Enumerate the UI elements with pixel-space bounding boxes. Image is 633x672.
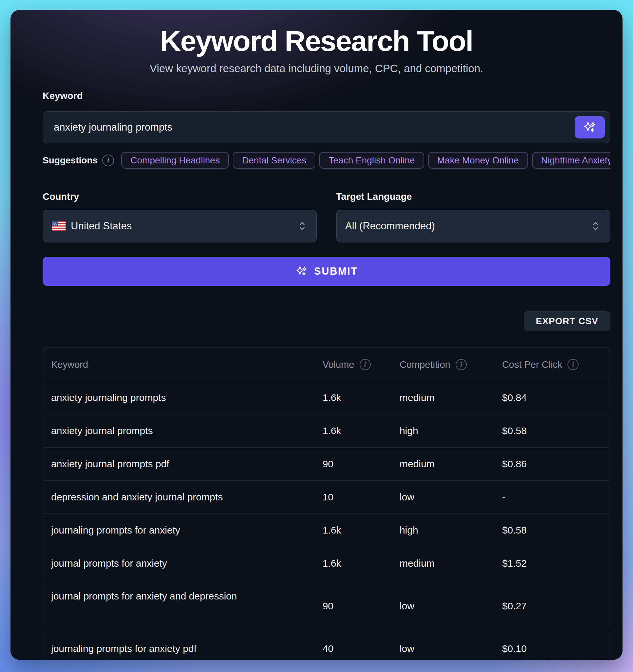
results-table: Keyword Volumei Competitioni Cost Per Cl… — [43, 347, 610, 660]
table-header-row: Keyword Volumei Competitioni Cost Per Cl… — [43, 348, 610, 381]
sparkles-icon — [583, 120, 597, 135]
export-row: EXPORT CSV — [43, 311, 610, 331]
suggestions-label: Suggestions — [43, 155, 98, 166]
table-row: anxiety journal prompts pdf 90 medium $0… — [43, 447, 610, 480]
competition-info-icon[interactable]: i — [456, 359, 467, 370]
volume-cell: 1.6k — [323, 425, 400, 436]
volume-cell: 1.6k — [323, 558, 400, 569]
volume-info-icon[interactable]: i — [360, 359, 371, 370]
competition-cell: medium — [400, 392, 502, 403]
table-row: journaling prompts for anxiety 1.6k high… — [43, 513, 610, 547]
column-header-cpc: Cost Per Clicki — [502, 359, 610, 370]
volume-cell: 40 — [323, 643, 400, 654]
competition-cell: low — [400, 491, 502, 503]
cpc-info-icon[interactable]: i — [567, 359, 579, 370]
suggestions-row: Suggestions i Compelling Headlines Denta… — [43, 152, 610, 169]
volume-cell: 90 — [323, 458, 400, 470]
volume-cell: 1.6k — [323, 392, 400, 403]
keyword-cell: anxiety journal prompts — [43, 425, 323, 436]
cpc-cell: $1.52 — [502, 558, 610, 569]
table-row: journal prompts for anxiety and depressi… — [43, 580, 610, 632]
ai-sparkle-button[interactable] — [575, 116, 605, 139]
competition-cell: low — [400, 643, 502, 654]
us-flag-icon — [52, 221, 66, 231]
keyword-cell: journaling prompts for anxiety pdf — [43, 643, 323, 654]
cpc-cell: $0.84 — [502, 392, 610, 403]
suggestion-pill[interactable]: Compelling Headlines — [121, 152, 229, 169]
target-language-select-value: All (Recommended) — [345, 220, 591, 232]
cpc-cell: $0.58 — [502, 425, 610, 436]
page-title: Keyword Research Tool — [10, 24, 623, 58]
language-field: Target Language All (Recommended) — [336, 169, 610, 242]
submit-button-label: SUBMIT — [314, 265, 358, 277]
suggestion-pill[interactable]: Nighttime Anxiety Pr — [532, 152, 610, 169]
competition-cell: medium — [400, 558, 502, 569]
suggestions-info-icon[interactable]: i — [102, 154, 114, 166]
keyword-label: Keyword — [43, 91, 610, 101]
sparkles-icon — [295, 265, 308, 278]
cpc-cell: $0.10 — [502, 643, 610, 654]
keyword-cell: journaling prompts for anxiety — [43, 525, 323, 536]
keyword-cell: journal prompts for anxiety and depressi… — [43, 580, 323, 602]
chevron-updown-icon — [591, 220, 601, 232]
volume-cell: 90 — [323, 600, 400, 611]
keyword-cell: anxiety journal prompts pdf — [43, 458, 323, 470]
table-row: journaling prompts for anxiety pdf 40 lo… — [43, 632, 610, 660]
keyword-cell: journal prompts for anxiety — [43, 558, 323, 569]
cpc-cell: $0.27 — [502, 600, 610, 611]
volume-cell: 10 — [323, 491, 400, 503]
page-subtitle: View keyword research data including vol… — [10, 62, 623, 75]
export-csv-button[interactable]: EXPORT CSV — [524, 311, 610, 331]
column-header-keyword: Keyword — [43, 359, 323, 370]
competition-cell: high — [400, 525, 502, 536]
table-row: anxiety journaling prompts 1.6k medium $… — [43, 381, 610, 414]
country-select-value: United States — [71, 220, 297, 232]
country-select[interactable]: United States — [43, 210, 317, 242]
table-row: journal prompts for anxiety 1.6k medium … — [43, 547, 610, 580]
competition-cell: high — [400, 425, 502, 436]
suggestion-pill[interactable]: Make Money Online — [428, 152, 528, 169]
volume-cell: 1.6k — [323, 525, 400, 536]
cpc-cell: $0.86 — [502, 458, 610, 470]
target-language-select[interactable]: All (Recommended) — [336, 210, 610, 242]
keyword-input[interactable] — [43, 111, 610, 143]
competition-cell: low — [400, 600, 502, 611]
cpc-cell: $0.58 — [502, 525, 610, 536]
column-header-volume: Volumei — [323, 359, 400, 370]
keyword-research-card: Keyword Research Tool View keyword resea… — [10, 10, 623, 660]
table-row: anxiety journal prompts 1.6k high $0.58 — [43, 414, 610, 447]
suggestion-pill[interactable]: Teach English Online — [319, 152, 424, 169]
keyword-cell: anxiety journaling prompts — [43, 392, 323, 403]
keyword-cell: depression and anxiety journal prompts — [43, 491, 323, 503]
country-label: Country — [43, 191, 317, 202]
target-language-label: Target Language — [336, 191, 610, 202]
chevron-updown-icon — [297, 220, 307, 232]
submit-button[interactable]: SUBMIT — [43, 257, 610, 286]
page: Keyword Research Tool View keyword resea… — [0, 0, 633, 672]
suggestion-pill[interactable]: Dental Services — [233, 152, 315, 169]
column-header-competition: Competitioni — [400, 359, 502, 370]
table-row: depression and anxiety journal prompts 1… — [43, 480, 610, 513]
country-field: Country — [43, 169, 317, 242]
competition-cell: medium — [400, 458, 502, 470]
keyword-input-group — [43, 111, 610, 143]
cpc-cell: - — [502, 491, 610, 503]
